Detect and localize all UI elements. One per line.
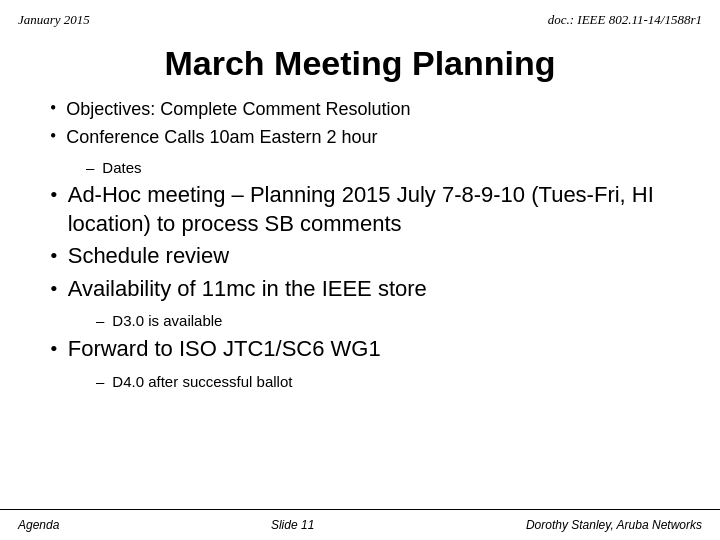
slide-footer: Agenda Slide 11 Dorothy Stanley, Aruba N… [0,509,720,540]
bullet-icon: • [50,243,58,269]
footer-left: Agenda [18,518,59,532]
sub-text: Dates [102,158,141,178]
bullet-icon: • [50,276,58,302]
slide-header: January 2015 doc.: IEEE 802.11-14/1588r1 [0,0,720,34]
sub-text: D3.0 is available [112,311,222,331]
list-item: • Conference Calls 10am Eastern 2 hour [50,125,680,149]
bullet-icon: • [50,182,58,208]
sub-item: – D3.0 is available [96,311,680,331]
list-item: • Objectives: Complete Comment Resolutio… [50,97,680,121]
footer-right: Dorothy Stanley, Aruba Networks [526,518,702,532]
header-doc: doc.: IEEE 802.11-14/1588r1 [548,12,702,28]
slide-content: • Objectives: Complete Comment Resolutio… [0,97,720,509]
bullet-text: Availability of 11mc in the IEEE store [68,275,427,304]
footer-center: Slide 11 [271,518,314,532]
list-item: • Forward to ISO JTC1/SC6 WG1 [50,335,680,364]
list-item: • Availability of 11mc in the IEEE store [50,275,680,304]
bullet-icon: • [50,336,58,362]
sub-dash-icon: – [86,159,94,176]
sub-dash-icon: – [96,373,104,390]
header-date: January 2015 [18,12,90,28]
bullet-text: Schedule review [68,242,229,271]
slide-title: March Meeting Planning [0,34,720,97]
sub-text: D4.0 after successful ballot [112,372,292,392]
bullet-icon: • [50,126,56,147]
sub-item: – Dates [86,158,680,178]
slide-container: January 2015 doc.: IEEE 802.11-14/1588r1… [0,0,720,540]
bullet-text: Forward to ISO JTC1/SC6 WG1 [68,335,381,364]
sub-dash-icon: – [96,312,104,329]
bullet-text: Ad-Hoc meeting – Planning 2015 July 7-8-… [68,181,680,238]
sub-item: – D4.0 after successful ballot [96,372,680,392]
bullet-icon: • [50,98,56,119]
list-item: • Ad-Hoc meeting – Planning 2015 July 7-… [50,181,680,238]
list-item: • Schedule review [50,242,680,271]
bullet-text: Objectives: Complete Comment Resolution [66,97,410,121]
bullet-text: Conference Calls 10am Eastern 2 hour [66,125,377,149]
